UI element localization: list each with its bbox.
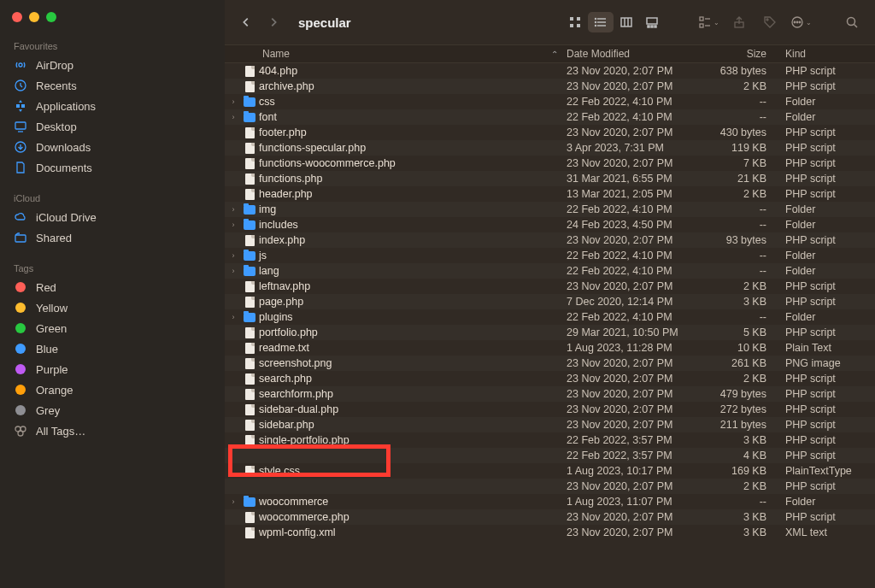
file-name: js [257,250,567,262]
disclosure-icon[interactable]: › [225,97,242,106]
file-name: search.php [257,373,567,385]
group-button[interactable]: ⌄ [697,12,719,32]
file-row[interactable]: leftnav.php23 Nov 2020, 2:07 PM2 KBPHP s… [225,279,875,294]
file-row[interactable]: 404.php23 Nov 2020, 2:07 PM638 bytesPHP … [225,63,875,79]
search-button[interactable] [841,12,863,32]
file-row[interactable]: archive.php23 Nov 2020, 2:07 PM2 KBPHP s… [225,79,875,94]
sidebar-item-documents[interactable]: Documents [0,157,225,178]
sidebar-item-shared[interactable]: Shared [0,227,225,248]
sidebar-item-applications[interactable]: Applications [0,96,225,116]
sidebar-item-purple[interactable]: Purple [0,359,225,379]
sidebar-item-recents[interactable]: Recents [0,75,225,96]
file-row[interactable]: single-portfolio.php22 Feb 2022, 3:57 PM… [225,432,875,448]
sidebar-item-icloud-drive[interactable]: iCloud Drive [0,207,225,227]
column-name[interactable]: Name⌃ [225,48,567,60]
file-size: 3 KB [703,296,780,308]
file-row[interactable]: ›woocommerce1 Aug 2023, 11:07 PM--Folder [225,494,875,509]
file-row[interactable]: ›img22 Feb 2022, 4:10 PM--Folder [225,202,875,217]
sidebar-item-desktop[interactable]: Desktop [0,116,225,137]
disclosure-icon[interactable]: › [225,220,242,229]
disclosure-icon[interactable]: › [225,313,242,321]
column-size[interactable]: Size [703,48,780,60]
file-row[interactable]: footer.php23 Nov 2020, 2:07 PM430 bytesP… [225,125,875,140]
file-row[interactable]: 23 Nov 2020, 2:07 PM2 KBPHP script [225,479,875,494]
file-row[interactable]: index.php23 Nov 2020, 2:07 PM93 bytesPHP… [225,232,875,248]
sidebar-item-airdrop[interactable]: AirDrop [0,55,225,75]
column-view-button[interactable] [614,12,639,32]
file-icon [242,173,257,185]
file-name: 404.php [257,65,567,77]
file-name: leftnav.php [257,280,567,292]
file-row[interactable]: functions.php31 Mar 2021, 6:55 PM21 KBPH… [225,171,875,186]
file-size: 169 KB [703,465,780,477]
file-row[interactable]: sidebar-dual.php23 Nov 2020, 2:07 PM272 … [225,402,875,417]
file-kind: Folder [780,203,875,215]
file-name: lang [257,265,567,277]
file-row[interactable]: ›includes24 Feb 2023, 4:50 PM--Folder [225,217,875,232]
sidebar-item-all-tags-[interactable]: All Tags… [0,420,225,441]
sidebar-item-red[interactable]: Red [0,277,225,297]
file-icon [242,297,257,308]
file-row[interactable]: searchform.php23 Nov 2020, 2:07 PM479 by… [225,386,875,402]
disclosure-icon[interactable]: › [225,267,242,275]
zoom-button[interactable] [46,12,56,22]
file-row[interactable]: wpml-config.xml23 Nov 2020, 2:07 PM3 KBX… [225,525,875,540]
file-row[interactable]: functions-specular.php3 Apr 2023, 7:31 P… [225,140,875,156]
column-date[interactable]: Date Modified [567,48,703,60]
cloud-icon [14,210,27,224]
file-row[interactable]: sidebar.php23 Nov 2020, 2:07 PM211 bytes… [225,417,875,432]
file-size: 2 KB [703,373,780,385]
action-button[interactable]: ⌄ [790,12,812,32]
file-kind: Folder [780,96,875,108]
file-date: 13 Mar 2021, 2:05 PM [567,188,703,200]
sidebar-item-grey[interactable]: Grey [0,400,225,420]
share-button[interactable] [728,12,750,32]
file-kind: PHP script [780,388,875,400]
minimize-button[interactable] [29,12,39,22]
list-view-button[interactable] [588,12,614,32]
file-row[interactable]: functions-woocommerce.php23 Nov 2020, 2:… [225,156,875,171]
file-date: 23 Nov 2020, 2:07 PM [567,480,703,492]
sidebar-item-green[interactable]: Green [0,318,225,338]
sidebar-item-blue[interactable]: Blue [0,338,225,359]
disclosure-icon[interactable]: › [225,113,242,121]
tag-dot-icon [14,383,27,397]
back-button[interactable] [237,13,255,32]
file-kind: PlainTextType [780,465,875,477]
sidebar-item-orange[interactable]: Orange [0,379,225,400]
file-name: plugins [257,311,567,323]
close-button[interactable] [12,12,22,22]
file-row[interactable]: style.css1 Aug 2023, 10:17 PM169 KBPlain… [225,463,875,479]
file-list[interactable]: 404.php23 Nov 2020, 2:07 PM638 bytesPHP … [225,63,875,588]
tag-button[interactable] [759,12,781,32]
disclosure-icon[interactable]: › [225,251,242,260]
sidebar-item-downloads[interactable]: Downloads [0,137,225,157]
file-date: 22 Feb 2022, 4:10 PM [567,203,703,215]
file-size: 4 KB [703,450,780,462]
file-row[interactable]: search.php23 Nov 2020, 2:07 PM2 KBPHP sc… [225,371,875,386]
file-row[interactable]: ›plugins22 Feb 2022, 4:10 PM--Folder [225,309,875,325]
forward-button[interactable] [264,13,283,32]
icon-view-button[interactable] [562,12,588,32]
file-row[interactable]: ›font22 Feb 2022, 4:10 PM--Folder [225,109,875,125]
file-size: 430 bytes [703,126,780,138]
disclosure-icon[interactable]: › [225,497,242,506]
file-row[interactable]: ›js22 Feb 2022, 4:10 PM--Folder [225,248,875,263]
file-row[interactable]: readme.txt1 Aug 2023, 11:28 PM10 KBPlain… [225,340,875,356]
file-row[interactable]: portfolio.php29 Mar 2021, 10:50 PM5 KBPH… [225,325,875,340]
sidebar-item-yellow[interactable]: Yellow [0,297,225,318]
svg-point-34 [796,21,798,23]
file-row[interactable]: woocommerce.php23 Nov 2020, 2:07 PM3 KBP… [225,509,875,525]
file-row[interactable]: page.php7 Dec 2020, 12:14 PM3 KBPHP scri… [225,294,875,309]
file-date: 22 Feb 2022, 4:10 PM [567,96,703,108]
file-size: 479 bytes [703,388,780,400]
column-kind[interactable]: Kind [780,48,875,60]
file-row[interactable]: ›css22 Feb 2022, 4:10 PM--Folder [225,94,875,109]
file-row[interactable]: header.php13 Mar 2021, 2:05 PM2 KBPHP sc… [225,186,875,202]
file-kind: PHP script [780,80,875,92]
disclosure-icon[interactable]: › [225,205,242,214]
file-row[interactable]: ›lang22 Feb 2022, 4:10 PM--Folder [225,263,875,279]
file-row[interactable]: 22 Feb 2022, 3:57 PM4 KBPHP script [225,448,875,463]
gallery-view-button[interactable] [639,12,665,32]
file-row[interactable]: screenshot.png23 Nov 2020, 2:07 PM261 KB… [225,356,875,371]
